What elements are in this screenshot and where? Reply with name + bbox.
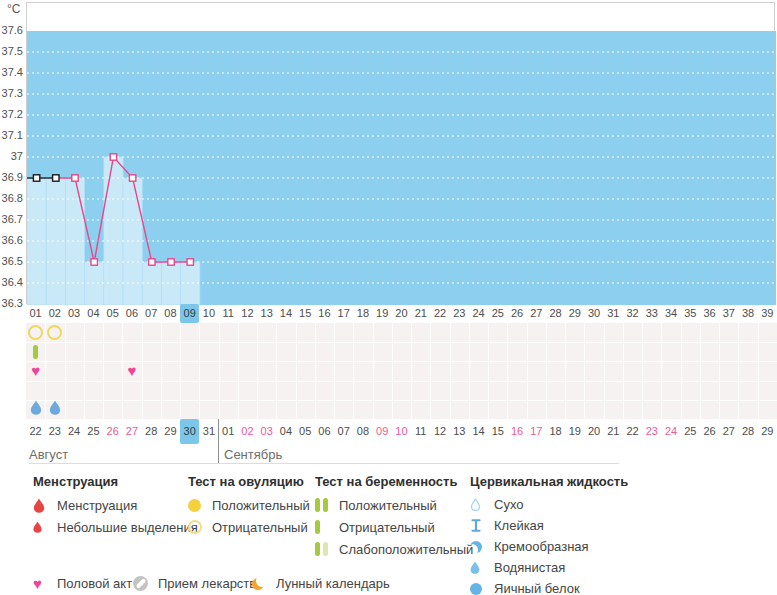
calendar-date-cell[interactable]: 20 — [584, 419, 603, 444]
cycle-day-cell[interactable]: 24 — [469, 304, 488, 323]
calendar-date-cell[interactable]: 28 — [738, 419, 757, 444]
calendar-date-cell[interactable]: 23 — [45, 419, 64, 444]
cycle-day-cell[interactable]: 37 — [719, 304, 738, 323]
cycle-day-cell[interactable]: 05 — [103, 304, 122, 323]
intercourse-cell[interactable]: ♥ — [122, 361, 141, 380]
cycle-day-cell[interactable]: 14 — [276, 304, 295, 323]
calendar-date-cell[interactable]: 04 — [276, 419, 295, 444]
cycle-day-cell[interactable]: 20 — [392, 304, 411, 323]
cycle-day-cell[interactable]: 30 — [584, 304, 603, 323]
calendar-date-cell[interactable]: 18 — [546, 419, 565, 444]
calendar-date-cell[interactable]: 29 — [758, 419, 777, 444]
cycle-day-cell[interactable]: 39 — [758, 304, 777, 323]
temperature-point-day-06[interactable] — [129, 175, 135, 181]
grid-line — [546, 323, 547, 419]
temperature-point-day-04[interactable] — [91, 259, 97, 265]
cycle-day-cell[interactable]: 04 — [84, 304, 103, 323]
cycle-day-cell[interactable]: 12 — [238, 304, 257, 323]
cycle-day-cell[interactable]: 21 — [411, 304, 430, 323]
cycle-day-cell[interactable]: 17 — [334, 304, 353, 323]
cycle-day-cell[interactable]: 33 — [642, 304, 661, 323]
cycle-day-cell[interactable]: 03 — [65, 304, 84, 323]
cycle-day-cell[interactable]: 02 — [45, 304, 64, 323]
calendar-date-cell[interactable]: 09 — [373, 419, 392, 444]
temperature-point-day-01[interactable] — [33, 175, 39, 181]
calendar-date-cell[interactable]: 11 — [411, 419, 430, 444]
cycle-day-cell[interactable]: 29 — [565, 304, 584, 323]
temperature-point-day-02[interactable] — [53, 175, 59, 181]
calendar-date-cell[interactable]: 17 — [527, 419, 546, 444]
calendar-date-cell[interactable]: 31 — [199, 419, 218, 444]
cycle-day-cell[interactable]: 22 — [430, 304, 449, 323]
calendar-date-cell[interactable]: 05 — [296, 419, 315, 444]
ovulation-test-negative-cell[interactable] — [45, 323, 64, 342]
cycle-day-cell[interactable]: 16 — [315, 304, 334, 323]
temperature-point-day-07[interactable] — [149, 259, 155, 265]
cycle-day-cell[interactable]: 38 — [738, 304, 757, 323]
calendar-date-cell[interactable]: 08 — [353, 419, 372, 444]
calendar-date-cell[interactable]: 26 — [700, 419, 719, 444]
calendar-date-cell[interactable]: 27 — [719, 419, 738, 444]
cycle-day-cell[interactable]: 10 — [199, 304, 218, 323]
calendar-date-cell[interactable]: 25 — [84, 419, 103, 444]
bbt-line-chart[interactable] — [27, 3, 776, 305]
cycle-day-cell[interactable]: 26 — [507, 304, 526, 323]
calendar-date-cell[interactable]: 19 — [565, 419, 584, 444]
cycle-day-cell[interactable]: 28 — [546, 304, 565, 323]
cycle-day-cell[interactable]: 01 — [26, 304, 45, 323]
ovulation-test-negative-cell[interactable] — [26, 323, 45, 342]
calendar-date-cell[interactable]: 03 — [257, 419, 276, 444]
calendar-date-cell[interactable]: 07 — [334, 419, 353, 444]
cycle-day-cell[interactable]: 31 — [604, 304, 623, 323]
pregnancy-test-negative-cell[interactable] — [26, 342, 45, 361]
cycle-day-cell[interactable]: 19 — [373, 304, 392, 323]
cycle-day-cell[interactable]: 18 — [353, 304, 372, 323]
cycle-day-cell[interactable]: 34 — [661, 304, 680, 323]
calendar-date-cell[interactable]: 25 — [681, 419, 700, 444]
temperature-point-day-08[interactable] — [168, 259, 174, 265]
calendar-date-cell[interactable]: 26 — [103, 419, 122, 444]
calendar-date-cell[interactable]: 14 — [469, 419, 488, 444]
cycle-day-cell[interactable]: 06 — [122, 304, 141, 323]
calendar-date-cell[interactable]: 02 — [238, 419, 257, 444]
temperature-point-day-09[interactable] — [187, 259, 193, 265]
calendar-date-cell[interactable]: 15 — [488, 419, 507, 444]
cycle-day-cell[interactable]: 11 — [219, 304, 238, 323]
calendar-date-cell[interactable]: 01 — [219, 419, 238, 444]
calendar-date-cell[interactable]: 27 — [122, 419, 141, 444]
cycle-day-cell[interactable]: 13 — [257, 304, 276, 323]
cycle-day-cell[interactable]: 23 — [450, 304, 469, 323]
cycle-day-cell[interactable]: 25 — [488, 304, 507, 323]
cycle-day-cell[interactable]: 08 — [161, 304, 180, 323]
grid-line — [257, 323, 258, 419]
calendar-date-cell[interactable]: 24 — [65, 419, 84, 444]
cycle-day-cell[interactable]: 09 — [180, 304, 199, 323]
calendar-date-cell[interactable]: 06 — [315, 419, 334, 444]
cycle-day-cell[interactable]: 36 — [700, 304, 719, 323]
intercourse-cell[interactable]: ♥ — [26, 361, 45, 380]
symbol-grid[interactable]: ♥♥ — [26, 323, 777, 419]
calendar-date-cell[interactable]: 22 — [623, 419, 642, 444]
calendar-date-cell[interactable]: 30 — [180, 419, 199, 444]
calendar-date-cell[interactable]: 10 — [392, 419, 411, 444]
cycle-day-cell[interactable]: 07 — [142, 304, 161, 323]
temperature-point-day-03[interactable] — [72, 175, 78, 181]
calendar-date-cell[interactable]: 22 — [26, 419, 45, 444]
calendar-date-cell[interactable]: 21 — [604, 419, 623, 444]
calendar-date-cell[interactable]: 16 — [507, 419, 526, 444]
cycle-day-cell[interactable]: 15 — [296, 304, 315, 323]
grid-line — [719, 323, 720, 419]
calendar-date-cell[interactable]: 13 — [450, 419, 469, 444]
calendar-date-cell[interactable]: 29 — [161, 419, 180, 444]
cervical-fluid-watery-cell[interactable] — [26, 400, 45, 419]
calendar-date-cell[interactable]: 28 — [142, 419, 161, 444]
cycle-day-cell[interactable]: 27 — [527, 304, 546, 323]
cycle-day-cell[interactable]: 32 — [623, 304, 642, 323]
temperature-plot[interactable] — [26, 2, 775, 304]
calendar-date-cell[interactable]: 24 — [661, 419, 680, 444]
cycle-day-cell[interactable]: 35 — [681, 304, 700, 323]
cervical-fluid-watery-cell[interactable] — [45, 400, 64, 419]
temperature-point-day-05[interactable] — [110, 154, 116, 160]
calendar-date-cell[interactable]: 12 — [430, 419, 449, 444]
calendar-date-cell[interactable]: 23 — [642, 419, 661, 444]
